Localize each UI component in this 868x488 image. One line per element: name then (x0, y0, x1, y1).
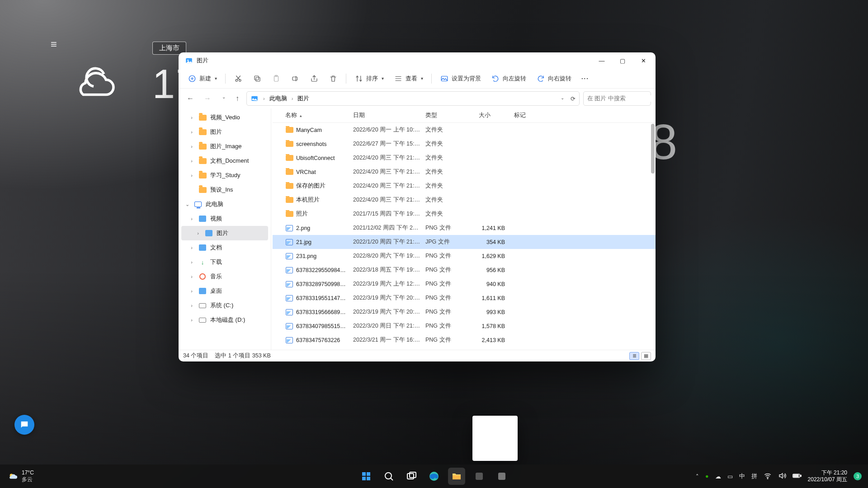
file-row[interactable]: 保存的图片2022/4/20 周三 下午 21:…文件夹 (273, 179, 656, 193)
rename-button[interactable] (286, 71, 304, 86)
column-headers[interactable]: 名称▴ 日期 类型 大小 标记 (273, 108, 656, 123)
svg-rect-16 (367, 477, 370, 480)
file-row[interactable]: 231.png2022/8/20 周六 下午 19:…PNG 文件1,629 K… (273, 249, 656, 263)
rotate-right-button[interactable]: 向右旋转 (532, 71, 576, 86)
edge-icon[interactable] (425, 468, 443, 485)
task-view-icon[interactable] (403, 468, 420, 485)
taskbar-weather[interactable]: 17°C 多云 (0, 469, 34, 483)
file-list[interactable]: ManyCam2022/6/20 周一 上午 10:…文件夹screenshot… (273, 123, 656, 350)
wifi-icon[interactable] (764, 472, 772, 481)
ime-lang-icon[interactable]: 中 (739, 473, 745, 480)
file-row[interactable]: 63783229550984…2022/3/18 周五 下午 19:…PNG 文… (273, 263, 656, 277)
view-button[interactable]: 查看▾ (389, 71, 428, 86)
nav-up-icon[interactable]: ↑ (236, 94, 239, 103)
file-row[interactable]: 63783319566689…2022/3/19 周六 下午 20:…PNG 文… (273, 305, 656, 319)
file-row[interactable]: 2.png2021/12/02 周四 下午 2…PNG 文件1,241 KB (273, 221, 656, 235)
rotate-left-button[interactable]: 向左旋转 (486, 71, 531, 86)
file-row[interactable]: 637834757632262022/3/21 周一 下午 16:…PNG 文件… (273, 333, 656, 347)
delete-button[interactable] (324, 71, 342, 86)
cut-button[interactable] (229, 71, 247, 86)
tree-item[interactable]: ›图片 (181, 226, 268, 240)
address-bar[interactable]: › 此电脑 › 图片 ⌄ ⟳ (246, 91, 580, 106)
search-box[interactable]: 🔍 (583, 91, 651, 106)
tree-item[interactable]: ›视频 (179, 211, 271, 226)
file-name: 21.jpg (296, 239, 311, 245)
tree-item[interactable]: ›图片_Image (179, 139, 271, 154)
tree-item[interactable]: ›文档_Docment (179, 154, 271, 168)
file-row[interactable]: 本机照片2022/4/20 周三 下午 21:…文件夹 (273, 193, 656, 207)
tray-app-icon[interactable]: ▭ (727, 473, 733, 480)
volume-icon[interactable] (778, 472, 786, 481)
chevron-icon: › (189, 245, 195, 250)
file-row[interactable]: VRChat2022/4/20 周三 下午 21:…文件夹 (273, 165, 656, 179)
file-row[interactable]: 63783289750998…2022/3/19 周六 上午 12:…PNG 文… (273, 277, 656, 291)
titlebar[interactable]: 图片 ― ▢ ✕ (179, 52, 656, 69)
share-button[interactable] (305, 71, 323, 86)
tree-item[interactable]: ⌄此电脑 (179, 197, 271, 211)
file-row[interactable]: 照片2021/7/15 周四 下午 19:…文件夹 (273, 207, 656, 221)
details-view-button[interactable]: ≣ (629, 352, 639, 360)
file-row[interactable]: ManyCam2022/6/20 周一 上午 10:…文件夹 (273, 123, 656, 137)
sort-button[interactable]: 排序▾ (350, 71, 388, 86)
nav-recent-icon[interactable]: ⌄ (222, 94, 226, 103)
chevron-icon: › (189, 129, 195, 135)
wechat-tray-icon[interactable]: ● (705, 473, 709, 479)
paste-button[interactable] (267, 71, 285, 86)
tree-item[interactable]: ›系统 (C:) (179, 298, 271, 313)
thumbnails-view-button[interactable]: ▦ (641, 352, 651, 360)
tree-item[interactable]: ›音乐 (179, 269, 271, 284)
maximize-button[interactable]: ▢ (612, 52, 633, 69)
tree-item[interactable]: ›图片 (179, 125, 271, 139)
breadcrumb-leaf[interactable]: 图片 (297, 94, 309, 103)
status-bar: 34 个项目 选中 1 个项目 353 KB ≣ ▦ (179, 350, 656, 361)
notification-badge[interactable]: 3 (854, 472, 862, 480)
file-type: PNG 文件 (425, 322, 479, 330)
nav-tree[interactable]: ›视频_Vedio›图片›图片_Image›文档_Docment›学习_Stud… (179, 108, 271, 350)
file-row[interactable]: 21.jpg2022/1/20 周四 下午 21:…JPG 文件354 KB (273, 235, 656, 249)
address-dropdown-icon[interactable]: ⌄ (561, 95, 564, 102)
scrollbar[interactable] (651, 124, 655, 349)
tray-chevron-icon[interactable]: ˄ (696, 473, 699, 480)
file-size: 2,413 KB (479, 337, 514, 343)
ime-mode-icon[interactable]: 拼 (751, 473, 757, 480)
file-size: 1,611 KB (479, 295, 514, 301)
taskbar-clock[interactable]: 下午 21:20 2022/10/07 周五 (808, 469, 847, 483)
file-explorer-icon[interactable] (448, 468, 465, 485)
set-background-button[interactable]: 设置为背景 (435, 71, 486, 86)
chat-bubble-icon[interactable] (14, 415, 34, 435)
tree-item[interactable]: 预设_Ins (179, 183, 271, 197)
tree-item[interactable]: ›↓下载 (179, 255, 271, 269)
tree-item[interactable]: ›学习_Study (179, 168, 271, 183)
search-input[interactable] (587, 95, 656, 102)
hamburger-icon[interactable]: ≡ (51, 38, 57, 51)
more-button[interactable]: ··· (577, 72, 594, 84)
app-icon-2[interactable] (493, 468, 510, 485)
taskbar[interactable]: 17°C 多云 ˄ ● ☁ ▭ 中 拼 下午 21:20 2022/10/07 … (0, 465, 868, 488)
pictures-icon (250, 94, 259, 103)
battery-icon[interactable] (793, 472, 802, 481)
system-tray[interactable]: ˄ ● ☁ ▭ 中 拼 下午 21:20 2022/10/07 周五 3 (696, 469, 868, 483)
nav-forward-icon[interactable]: → (204, 94, 211, 103)
file-row[interactable]: 63783407985515…2022/3/20 周日 下午 21:…PNG 文… (273, 319, 656, 333)
start-button[interactable] (358, 468, 375, 485)
navbar: ← → ⌄ ↑ › 此电脑 › 图片 ⌄ ⟳ 🔍 (179, 89, 656, 108)
app-icon-1[interactable] (471, 468, 488, 485)
file-row[interactable]: UbisoftConnect2022/4/20 周三 下午 21:…文件夹 (273, 151, 656, 165)
onedrive-tray-icon[interactable]: ☁ (715, 473, 721, 480)
minimize-button[interactable]: ― (591, 52, 612, 69)
tree-item[interactable]: ›本地磁盘 (D:) (179, 313, 271, 327)
breadcrumb-root[interactable]: 此电脑 (269, 94, 287, 103)
file-row[interactable]: 63783319551147…2022/3/19 周六 下午 20:…PNG 文… (273, 291, 656, 305)
svg-rect-9 (292, 77, 297, 80)
refresh-icon[interactable]: ⟳ (571, 95, 576, 102)
tree-item[interactable]: ›文档 (179, 240, 271, 255)
taskbar-thumbnail[interactable] (472, 416, 518, 461)
copy-button[interactable] (248, 71, 266, 86)
tree-item[interactable]: ›视频_Vedio (179, 110, 271, 125)
tree-item[interactable]: ›桌面 (179, 284, 271, 298)
nav-back-icon[interactable]: ← (187, 94, 194, 103)
file-row[interactable]: screenshots2022/6/27 周一 下午 15:…文件夹 (273, 137, 656, 151)
close-button[interactable]: ✕ (633, 52, 654, 69)
taskbar-search-icon[interactable] (380, 468, 397, 485)
new-button[interactable]: 新建▾ (183, 71, 222, 86)
